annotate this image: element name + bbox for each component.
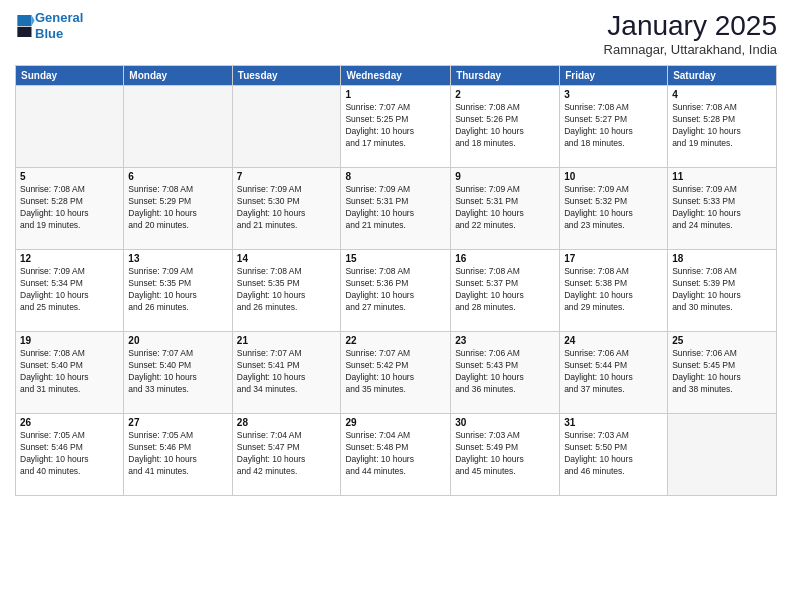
calendar-cell: 31Sunrise: 7:03 AM Sunset: 5:50 PM Dayli… <box>560 414 668 496</box>
calendar-cell: 16Sunrise: 7:08 AM Sunset: 5:37 PM Dayli… <box>451 250 560 332</box>
day-info: Sunrise: 7:08 AM Sunset: 5:26 PM Dayligh… <box>455 102 555 150</box>
day-info: Sunrise: 7:04 AM Sunset: 5:48 PM Dayligh… <box>345 430 446 478</box>
calendar-cell: 30Sunrise: 7:03 AM Sunset: 5:49 PM Dayli… <box>451 414 560 496</box>
day-info: Sunrise: 7:06 AM Sunset: 5:45 PM Dayligh… <box>672 348 772 396</box>
calendar-cell: 22Sunrise: 7:07 AM Sunset: 5:42 PM Dayli… <box>341 332 451 414</box>
calendar-cell: 13Sunrise: 7:09 AM Sunset: 5:35 PM Dayli… <box>124 250 232 332</box>
day-info: Sunrise: 7:05 AM Sunset: 5:46 PM Dayligh… <box>128 430 227 478</box>
day-info: Sunrise: 7:08 AM Sunset: 5:35 PM Dayligh… <box>237 266 337 314</box>
calendar: SundayMondayTuesdayWednesdayThursdayFrid… <box>15 65 777 496</box>
calendar-cell: 8Sunrise: 7:09 AM Sunset: 5:31 PM Daylig… <box>341 168 451 250</box>
day-info: Sunrise: 7:07 AM Sunset: 5:42 PM Dayligh… <box>345 348 446 396</box>
calendar-cell: 4Sunrise: 7:08 AM Sunset: 5:28 PM Daylig… <box>668 86 777 168</box>
day-header-tuesday: Tuesday <box>232 66 341 86</box>
calendar-cell: 20Sunrise: 7:07 AM Sunset: 5:40 PM Dayli… <box>124 332 232 414</box>
day-info: Sunrise: 7:06 AM Sunset: 5:44 PM Dayligh… <box>564 348 663 396</box>
day-number: 12 <box>20 253 119 264</box>
day-info: Sunrise: 7:09 AM Sunset: 5:34 PM Dayligh… <box>20 266 119 314</box>
calendar-cell: 9Sunrise: 7:09 AM Sunset: 5:31 PM Daylig… <box>451 168 560 250</box>
calendar-cell: 10Sunrise: 7:09 AM Sunset: 5:32 PM Dayli… <box>560 168 668 250</box>
calendar-cell: 27Sunrise: 7:05 AM Sunset: 5:46 PM Dayli… <box>124 414 232 496</box>
day-info: Sunrise: 7:09 AM Sunset: 5:31 PM Dayligh… <box>345 184 446 232</box>
logo-icon <box>17 15 35 37</box>
day-info: Sunrise: 7:08 AM Sunset: 5:37 PM Dayligh… <box>455 266 555 314</box>
header: General Blue January 2025 Ramnagar, Utta… <box>15 10 777 57</box>
day-info: Sunrise: 7:08 AM Sunset: 5:40 PM Dayligh… <box>20 348 119 396</box>
day-number: 16 <box>455 253 555 264</box>
day-number: 25 <box>672 335 772 346</box>
day-number: 31 <box>564 417 663 428</box>
day-number: 28 <box>237 417 337 428</box>
day-info: Sunrise: 7:08 AM Sunset: 5:29 PM Dayligh… <box>128 184 227 232</box>
day-info: Sunrise: 7:08 AM Sunset: 5:36 PM Dayligh… <box>345 266 446 314</box>
day-info: Sunrise: 7:08 AM Sunset: 5:38 PM Dayligh… <box>564 266 663 314</box>
calendar-cell: 1Sunrise: 7:07 AM Sunset: 5:25 PM Daylig… <box>341 86 451 168</box>
day-number: 15 <box>345 253 446 264</box>
day-info: Sunrise: 7:03 AM Sunset: 5:49 PM Dayligh… <box>455 430 555 478</box>
day-number: 18 <box>672 253 772 264</box>
calendar-cell: 5Sunrise: 7:08 AM Sunset: 5:28 PM Daylig… <box>16 168 124 250</box>
day-info: Sunrise: 7:09 AM Sunset: 5:35 PM Dayligh… <box>128 266 227 314</box>
day-number: 3 <box>564 89 663 100</box>
calendar-cell: 14Sunrise: 7:08 AM Sunset: 5:35 PM Dayli… <box>232 250 341 332</box>
day-number: 22 <box>345 335 446 346</box>
day-info: Sunrise: 7:08 AM Sunset: 5:27 PM Dayligh… <box>564 102 663 150</box>
day-number: 30 <box>455 417 555 428</box>
day-number: 29 <box>345 417 446 428</box>
day-info: Sunrise: 7:09 AM Sunset: 5:30 PM Dayligh… <box>237 184 337 232</box>
day-info: Sunrise: 7:09 AM Sunset: 5:33 PM Dayligh… <box>672 184 772 232</box>
calendar-cell: 28Sunrise: 7:04 AM Sunset: 5:47 PM Dayli… <box>232 414 341 496</box>
day-number: 10 <box>564 171 663 182</box>
day-info: Sunrise: 7:08 AM Sunset: 5:28 PM Dayligh… <box>20 184 119 232</box>
day-number: 6 <box>128 171 227 182</box>
day-number: 26 <box>20 417 119 428</box>
day-number: 1 <box>345 89 446 100</box>
day-number: 19 <box>20 335 119 346</box>
calendar-cell: 12Sunrise: 7:09 AM Sunset: 5:34 PM Dayli… <box>16 250 124 332</box>
day-number: 4 <box>672 89 772 100</box>
calendar-cell: 19Sunrise: 7:08 AM Sunset: 5:40 PM Dayli… <box>16 332 124 414</box>
svg-rect-2 <box>17 26 31 36</box>
day-number: 7 <box>237 171 337 182</box>
calendar-cell: 29Sunrise: 7:04 AM Sunset: 5:48 PM Dayli… <box>341 414 451 496</box>
day-number: 14 <box>237 253 337 264</box>
day-number: 9 <box>455 171 555 182</box>
day-number: 2 <box>455 89 555 100</box>
location-subtitle: Ramnagar, Uttarakhand, India <box>604 42 777 57</box>
day-header-sunday: Sunday <box>16 66 124 86</box>
calendar-cell <box>16 86 124 168</box>
day-info: Sunrise: 7:09 AM Sunset: 5:32 PM Dayligh… <box>564 184 663 232</box>
day-number: 20 <box>128 335 227 346</box>
calendar-cell: 24Sunrise: 7:06 AM Sunset: 5:44 PM Dayli… <box>560 332 668 414</box>
day-info: Sunrise: 7:08 AM Sunset: 5:39 PM Dayligh… <box>672 266 772 314</box>
day-header-thursday: Thursday <box>451 66 560 86</box>
calendar-cell: 6Sunrise: 7:08 AM Sunset: 5:29 PM Daylig… <box>124 168 232 250</box>
day-info: Sunrise: 7:09 AM Sunset: 5:31 PM Dayligh… <box>455 184 555 232</box>
calendar-cell: 25Sunrise: 7:06 AM Sunset: 5:45 PM Dayli… <box>668 332 777 414</box>
day-info: Sunrise: 7:07 AM Sunset: 5:40 PM Dayligh… <box>128 348 227 396</box>
svg-rect-0 <box>17 15 31 26</box>
calendar-cell: 3Sunrise: 7:08 AM Sunset: 5:27 PM Daylig… <box>560 86 668 168</box>
day-number: 13 <box>128 253 227 264</box>
calendar-cell <box>668 414 777 496</box>
calendar-cell: 23Sunrise: 7:06 AM Sunset: 5:43 PM Dayli… <box>451 332 560 414</box>
day-header-friday: Friday <box>560 66 668 86</box>
calendar-cell: 11Sunrise: 7:09 AM Sunset: 5:33 PM Dayli… <box>668 168 777 250</box>
calendar-cell: 17Sunrise: 7:08 AM Sunset: 5:38 PM Dayli… <box>560 250 668 332</box>
day-info: Sunrise: 7:08 AM Sunset: 5:28 PM Dayligh… <box>672 102 772 150</box>
day-number: 21 <box>237 335 337 346</box>
day-number: 11 <box>672 171 772 182</box>
day-header-monday: Monday <box>124 66 232 86</box>
calendar-cell <box>232 86 341 168</box>
day-number: 27 <box>128 417 227 428</box>
day-number: 24 <box>564 335 663 346</box>
day-info: Sunrise: 7:04 AM Sunset: 5:47 PM Dayligh… <box>237 430 337 478</box>
calendar-cell: 26Sunrise: 7:05 AM Sunset: 5:46 PM Dayli… <box>16 414 124 496</box>
calendar-cell: 15Sunrise: 7:08 AM Sunset: 5:36 PM Dayli… <box>341 250 451 332</box>
day-info: Sunrise: 7:03 AM Sunset: 5:50 PM Dayligh… <box>564 430 663 478</box>
day-info: Sunrise: 7:07 AM Sunset: 5:25 PM Dayligh… <box>345 102 446 150</box>
calendar-cell: 7Sunrise: 7:09 AM Sunset: 5:30 PM Daylig… <box>232 168 341 250</box>
logo-text: General Blue <box>35 10 83 41</box>
day-number: 5 <box>20 171 119 182</box>
calendar-cell: 2Sunrise: 7:08 AM Sunset: 5:26 PM Daylig… <box>451 86 560 168</box>
